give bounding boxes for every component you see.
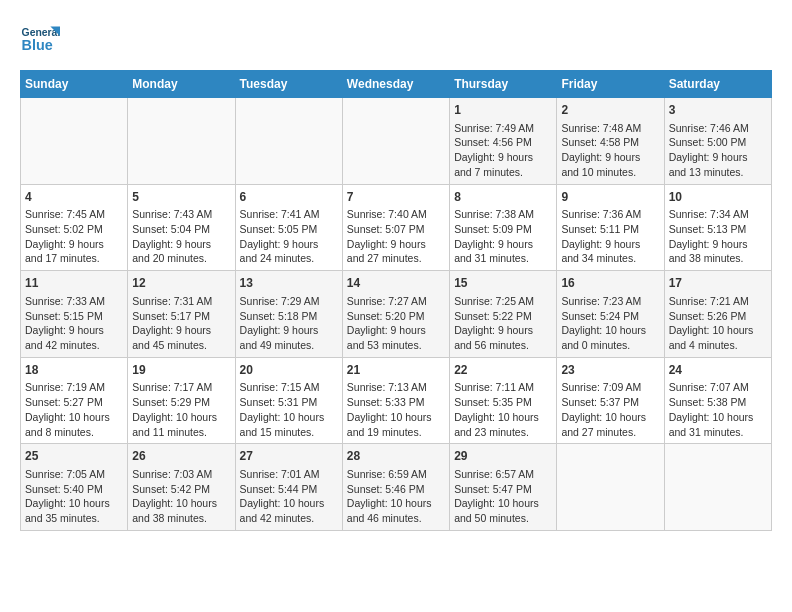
day-info: Sunrise: 7:45 AM Sunset: 5:02 PM Dayligh… <box>25 207 123 266</box>
calendar-cell: 8Sunrise: 7:38 AM Sunset: 5:09 PM Daylig… <box>450 184 557 271</box>
calendar-cell: 24Sunrise: 7:07 AM Sunset: 5:38 PM Dayli… <box>664 357 771 444</box>
day-info: Sunrise: 7:49 AM Sunset: 4:56 PM Dayligh… <box>454 121 552 180</box>
calendar-cell: 3Sunrise: 7:46 AM Sunset: 5:00 PM Daylig… <box>664 98 771 185</box>
day-info: Sunrise: 7:17 AM Sunset: 5:29 PM Dayligh… <box>132 380 230 439</box>
logo: General Blue <box>20 20 60 60</box>
day-info: Sunrise: 7:34 AM Sunset: 5:13 PM Dayligh… <box>669 207 767 266</box>
header-cell-wednesday: Wednesday <box>342 71 449 98</box>
day-number: 25 <box>25 448 123 465</box>
day-info: Sunrise: 7:43 AM Sunset: 5:04 PM Dayligh… <box>132 207 230 266</box>
calendar-cell: 23Sunrise: 7:09 AM Sunset: 5:37 PM Dayli… <box>557 357 664 444</box>
day-number: 12 <box>132 275 230 292</box>
page-header: General Blue <box>20 20 772 60</box>
day-number: 29 <box>454 448 552 465</box>
calendar-week-4: 18Sunrise: 7:19 AM Sunset: 5:27 PM Dayli… <box>21 357 772 444</box>
day-number: 27 <box>240 448 338 465</box>
day-info: Sunrise: 7:36 AM Sunset: 5:11 PM Dayligh… <box>561 207 659 266</box>
header-cell-tuesday: Tuesday <box>235 71 342 98</box>
day-number: 10 <box>669 189 767 206</box>
day-number: 15 <box>454 275 552 292</box>
day-number: 4 <box>25 189 123 206</box>
day-info: Sunrise: 7:15 AM Sunset: 5:31 PM Dayligh… <box>240 380 338 439</box>
day-info: Sunrise: 7:33 AM Sunset: 5:15 PM Dayligh… <box>25 294 123 353</box>
calendar-cell: 14Sunrise: 7:27 AM Sunset: 5:20 PM Dayli… <box>342 271 449 358</box>
day-info: Sunrise: 7:48 AM Sunset: 4:58 PM Dayligh… <box>561 121 659 180</box>
header-cell-saturday: Saturday <box>664 71 771 98</box>
day-info: Sunrise: 7:05 AM Sunset: 5:40 PM Dayligh… <box>25 467 123 526</box>
calendar-cell: 22Sunrise: 7:11 AM Sunset: 5:35 PM Dayli… <box>450 357 557 444</box>
calendar-cell <box>235 98 342 185</box>
svg-text:Blue: Blue <box>22 37 53 53</box>
day-info: Sunrise: 7:19 AM Sunset: 5:27 PM Dayligh… <box>25 380 123 439</box>
day-info: Sunrise: 7:07 AM Sunset: 5:38 PM Dayligh… <box>669 380 767 439</box>
day-info: Sunrise: 7:27 AM Sunset: 5:20 PM Dayligh… <box>347 294 445 353</box>
header-cell-monday: Monday <box>128 71 235 98</box>
day-info: Sunrise: 7:11 AM Sunset: 5:35 PM Dayligh… <box>454 380 552 439</box>
calendar-cell: 18Sunrise: 7:19 AM Sunset: 5:27 PM Dayli… <box>21 357 128 444</box>
day-number: 13 <box>240 275 338 292</box>
calendar-cell: 6Sunrise: 7:41 AM Sunset: 5:05 PM Daylig… <box>235 184 342 271</box>
day-info: Sunrise: 7:40 AM Sunset: 5:07 PM Dayligh… <box>347 207 445 266</box>
day-number: 24 <box>669 362 767 379</box>
day-info: Sunrise: 7:03 AM Sunset: 5:42 PM Dayligh… <box>132 467 230 526</box>
calendar-cell: 12Sunrise: 7:31 AM Sunset: 5:17 PM Dayli… <box>128 271 235 358</box>
day-number: 2 <box>561 102 659 119</box>
calendar-cell: 17Sunrise: 7:21 AM Sunset: 5:26 PM Dayli… <box>664 271 771 358</box>
day-number: 7 <box>347 189 445 206</box>
day-info: Sunrise: 7:25 AM Sunset: 5:22 PM Dayligh… <box>454 294 552 353</box>
calendar-cell: 19Sunrise: 7:17 AM Sunset: 5:29 PM Dayli… <box>128 357 235 444</box>
day-info: Sunrise: 6:57 AM Sunset: 5:47 PM Dayligh… <box>454 467 552 526</box>
day-info: Sunrise: 7:31 AM Sunset: 5:17 PM Dayligh… <box>132 294 230 353</box>
calendar-cell: 2Sunrise: 7:48 AM Sunset: 4:58 PM Daylig… <box>557 98 664 185</box>
logo-icon: General Blue <box>20 20 60 60</box>
day-number: 1 <box>454 102 552 119</box>
calendar-cell: 21Sunrise: 7:13 AM Sunset: 5:33 PM Dayli… <box>342 357 449 444</box>
calendar-week-2: 4Sunrise: 7:45 AM Sunset: 5:02 PM Daylig… <box>21 184 772 271</box>
calendar-cell: 20Sunrise: 7:15 AM Sunset: 5:31 PM Dayli… <box>235 357 342 444</box>
header-cell-thursday: Thursday <box>450 71 557 98</box>
day-info: Sunrise: 6:59 AM Sunset: 5:46 PM Dayligh… <box>347 467 445 526</box>
calendar-week-1: 1Sunrise: 7:49 AM Sunset: 4:56 PM Daylig… <box>21 98 772 185</box>
day-number: 18 <box>25 362 123 379</box>
calendar-cell <box>664 444 771 531</box>
day-number: 19 <box>132 362 230 379</box>
header-cell-friday: Friday <box>557 71 664 98</box>
day-info: Sunrise: 7:21 AM Sunset: 5:26 PM Dayligh… <box>669 294 767 353</box>
day-number: 22 <box>454 362 552 379</box>
calendar-cell: 10Sunrise: 7:34 AM Sunset: 5:13 PM Dayli… <box>664 184 771 271</box>
day-number: 23 <box>561 362 659 379</box>
header-cell-sunday: Sunday <box>21 71 128 98</box>
calendar-cell: 16Sunrise: 7:23 AM Sunset: 5:24 PM Dayli… <box>557 271 664 358</box>
day-number: 16 <box>561 275 659 292</box>
day-number: 6 <box>240 189 338 206</box>
calendar-week-5: 25Sunrise: 7:05 AM Sunset: 5:40 PM Dayli… <box>21 444 772 531</box>
calendar-week-3: 11Sunrise: 7:33 AM Sunset: 5:15 PM Dayli… <box>21 271 772 358</box>
calendar-header: SundayMondayTuesdayWednesdayThursdayFrid… <box>21 71 772 98</box>
calendar-body: 1Sunrise: 7:49 AM Sunset: 4:56 PM Daylig… <box>21 98 772 531</box>
day-number: 28 <box>347 448 445 465</box>
calendar-cell: 28Sunrise: 6:59 AM Sunset: 5:46 PM Dayli… <box>342 444 449 531</box>
day-number: 20 <box>240 362 338 379</box>
day-info: Sunrise: 7:01 AM Sunset: 5:44 PM Dayligh… <box>240 467 338 526</box>
calendar-cell: 13Sunrise: 7:29 AM Sunset: 5:18 PM Dayli… <box>235 271 342 358</box>
calendar-table: SundayMondayTuesdayWednesdayThursdayFrid… <box>20 70 772 531</box>
day-info: Sunrise: 7:38 AM Sunset: 5:09 PM Dayligh… <box>454 207 552 266</box>
day-info: Sunrise: 7:23 AM Sunset: 5:24 PM Dayligh… <box>561 294 659 353</box>
calendar-cell <box>557 444 664 531</box>
day-number: 17 <box>669 275 767 292</box>
day-number: 8 <box>454 189 552 206</box>
calendar-cell: 1Sunrise: 7:49 AM Sunset: 4:56 PM Daylig… <box>450 98 557 185</box>
calendar-cell: 29Sunrise: 6:57 AM Sunset: 5:47 PM Dayli… <box>450 444 557 531</box>
calendar-cell <box>21 98 128 185</box>
calendar-cell: 9Sunrise: 7:36 AM Sunset: 5:11 PM Daylig… <box>557 184 664 271</box>
calendar-cell: 15Sunrise: 7:25 AM Sunset: 5:22 PM Dayli… <box>450 271 557 358</box>
calendar-cell: 4Sunrise: 7:45 AM Sunset: 5:02 PM Daylig… <box>21 184 128 271</box>
day-info: Sunrise: 7:41 AM Sunset: 5:05 PM Dayligh… <box>240 207 338 266</box>
calendar-cell: 26Sunrise: 7:03 AM Sunset: 5:42 PM Dayli… <box>128 444 235 531</box>
day-number: 21 <box>347 362 445 379</box>
calendar-cell: 5Sunrise: 7:43 AM Sunset: 5:04 PM Daylig… <box>128 184 235 271</box>
day-number: 9 <box>561 189 659 206</box>
day-number: 5 <box>132 189 230 206</box>
day-info: Sunrise: 7:09 AM Sunset: 5:37 PM Dayligh… <box>561 380 659 439</box>
day-number: 26 <box>132 448 230 465</box>
